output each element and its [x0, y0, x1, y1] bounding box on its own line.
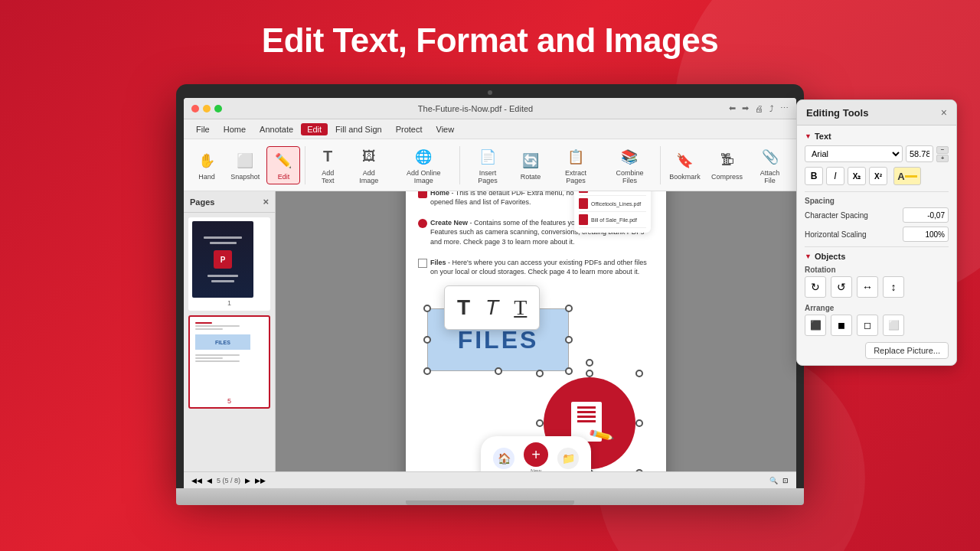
tool-hand[interactable]: ✋ Hand	[190, 147, 224, 184]
page-thumb-5[interactable]: FILES 5	[188, 315, 270, 409]
tool-attach[interactable]: 📎 Attach File	[750, 143, 790, 187]
minimize-button[interactable]	[203, 105, 211, 112]
font-size-increase[interactable]: +	[936, 155, 949, 162]
arrange-back-button[interactable]: ⬛	[805, 315, 826, 336]
flip-h-button[interactable]: ↔	[857, 276, 878, 298]
font-size-controls: − +	[936, 146, 949, 162]
font-size-input[interactable]	[906, 145, 933, 162]
font-option-italic[interactable]: T	[485, 295, 498, 320]
font-popup: T T T	[444, 285, 540, 330]
menu-home[interactable]: Home	[217, 123, 252, 135]
flip-v-button[interactable]: ↕	[883, 276, 904, 298]
img-handle-tr[interactable]	[635, 370, 643, 377]
menu-file[interactable]: File	[190, 123, 216, 135]
replace-picture-button[interactable]: Replace Picture...	[865, 342, 949, 359]
font-size-decrease[interactable]: −	[936, 146, 949, 154]
page-thumb-1[interactable]: P 1	[188, 217, 270, 311]
selection-handle-ml[interactable]	[423, 336, 431, 344]
rotate-cw-button[interactable]: ↻	[805, 276, 826, 298]
menu-fill-sign[interactable]: Fill and Sign	[329, 123, 388, 135]
arrange-forward-button[interactable]: ◻	[857, 315, 878, 336]
thumb-logo: P	[214, 250, 232, 269]
fit-btn[interactable]: ⊡	[782, 477, 789, 484]
tool-compress[interactable]: 🗜 Compress	[707, 147, 746, 184]
superscript-button[interactable]: X²	[869, 167, 887, 185]
selection-handle-tl[interactable]	[423, 305, 431, 312]
pages-panel-close[interactable]: ×	[263, 196, 269, 207]
menu-protect[interactable]: Protect	[390, 123, 429, 135]
img-handle-t[interactable]	[586, 370, 593, 377]
img-handle-l[interactable]	[536, 419, 544, 427]
bold-button[interactable]: B	[805, 167, 823, 185]
nav-last-btn[interactable]: ▶▶	[255, 477, 266, 484]
selection-handle-bm[interactable]	[495, 367, 502, 375]
section-divider-1	[805, 191, 949, 192]
highlight-button[interactable]: A	[893, 167, 921, 185]
maximize-button[interactable]	[214, 105, 222, 112]
pages-scroll[interactable]: P 1	[184, 213, 275, 471]
nav-first-btn[interactable]: ◀◀	[191, 477, 202, 484]
arrange-backward-button[interactable]: ◼	[831, 315, 852, 336]
objects-section-header[interactable]: ▼ Objects	[805, 252, 949, 261]
toolbar-sep-2	[459, 146, 460, 184]
page-num-5: 5	[192, 397, 266, 405]
italic-button[interactable]: I	[826, 167, 844, 185]
tool-combine[interactable]: 📚 Combine Files	[604, 143, 655, 187]
tool-edit[interactable]: ✏️ Edit	[266, 146, 300, 184]
file-name-2: Officetools_Lines.pdf	[591, 201, 641, 207]
file-icon-3	[579, 214, 588, 225]
zoom-btn[interactable]: 🔍	[769, 477, 778, 484]
file-item-3[interactable]: Bill of Sale_File.pdf	[579, 212, 646, 228]
nav-files[interactable]: 📁 Files	[557, 448, 579, 471]
nav-controls: ◀◀ ◀ 5 (5 / 8) ▶ ▶▶	[191, 477, 266, 484]
arrange-front-button[interactable]: ⬜	[883, 315, 904, 336]
tool-online-image[interactable]: 🌐 Add Online Image	[393, 143, 455, 187]
bookmark-icon: 🔖	[674, 150, 695, 171]
selection-handle-bl[interactable]	[423, 367, 431, 375]
tool-insert-pages[interactable]: 📄 Insert Pages	[465, 143, 511, 187]
font-select[interactable]: Arial Times New Roman Helvetica	[805, 145, 903, 162]
tool-rotate[interactable]: 🔄 Rotate	[514, 147, 547, 184]
rotate-handle[interactable]	[586, 359, 593, 367]
nav-home-label: Home	[497, 471, 511, 471]
laptop-screen: The-Future-is-Now.pdf - Edited ⬅ ➡ 🖨 ⤴ ⋯…	[184, 98, 796, 488]
file-item-2[interactable]: Officetools_Lines.pdf	[579, 196, 646, 212]
file-name-3: Bill of Sale_File.pdf	[591, 217, 637, 223]
tool-add-text[interactable]: T Add Text	[310, 143, 345, 187]
char-spacing-input[interactable]	[903, 207, 949, 223]
font-option-serif[interactable]: T	[457, 295, 470, 320]
nav-home[interactable]: 🏠 Home	[493, 448, 514, 471]
editing-tools-close[interactable]: ×	[941, 106, 947, 119]
tool-snapshot[interactable]: ⬜ Snapshot	[227, 147, 263, 184]
doc-files-section: Files - Here's where you can access your…	[418, 258, 654, 282]
selection-handle-tr[interactable]	[565, 305, 573, 312]
img-handle-br[interactable]	[635, 469, 643, 471]
menu-view[interactable]: View	[430, 123, 461, 135]
subscript-button[interactable]: X₂	[848, 167, 866, 185]
tool-add-image[interactable]: 🖼 Add Image	[348, 143, 390, 187]
menu-edit[interactable]: Edit	[301, 123, 328, 135]
menu-annotate[interactable]: Annotate	[253, 123, 299, 135]
nav-prev-btn[interactable]: ◀	[207, 477, 212, 484]
objects-section-arrow: ▼	[805, 253, 812, 260]
text-section-header[interactable]: ▼ Text	[805, 132, 949, 141]
tool-extract[interactable]: 📋 Extract Pages	[550, 143, 601, 187]
img-handle-tl[interactable]	[536, 370, 544, 377]
char-spacing-row: Character Spacing	[805, 207, 949, 223]
laptop-camera	[488, 90, 492, 95]
selection-handle-mr[interactable]	[565, 336, 573, 344]
tb-icon-2: ➡	[742, 103, 749, 113]
combine-icon: 📚	[619, 146, 640, 168]
nav-next-btn[interactable]: ▶	[245, 477, 250, 484]
tool-bookmark[interactable]: 🔖 Bookmark	[665, 147, 704, 184]
nav-new[interactable]: + New	[524, 442, 548, 471]
rotate-ccw-button[interactable]: ↺	[831, 276, 852, 298]
horiz-scaling-input[interactable]	[903, 227, 949, 242]
img-handle-r[interactable]	[635, 419, 643, 427]
font-option-underline[interactable]: T	[514, 295, 527, 320]
rotation-row: ↻ ↺ ↔ ↕	[805, 276, 949, 298]
status-bar: ◀◀ ◀ 5 (5 / 8) ▶ ▶▶ 🔍 ⊡	[184, 471, 796, 488]
create-icon	[418, 219, 427, 228]
close-button[interactable]	[191, 105, 199, 112]
tool-hand-label: Hand	[198, 173, 215, 181]
